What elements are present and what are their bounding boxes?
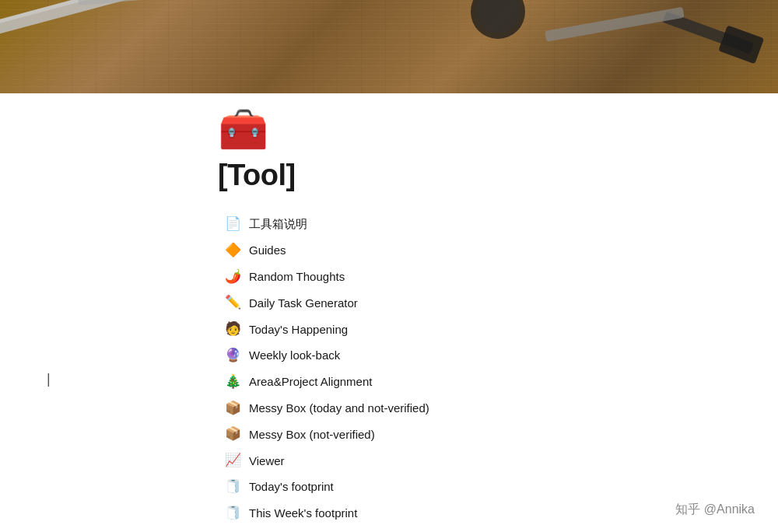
nav-item-messy-box-today[interactable]: 📦 Messy Box (today and not-verified) (218, 395, 778, 422)
daily-task-generator-icon: ✏️ (224, 293, 241, 312)
top-banner (0, 0, 778, 93)
nav-item-guides[interactable]: 🔶 Guides (218, 237, 778, 264)
weekly-look-back-icon: 🔮 (224, 346, 241, 365)
guides-label: Guides (249, 242, 286, 258)
area-project-alignment-label: Area&Project Alignment (249, 373, 372, 390)
area-project-alignment-icon: 🎄 (224, 373, 241, 391)
messy-box-today-icon: 📦 (224, 399, 241, 418)
main-content: 🧰 [Tool] 📄 工具箱说明 🔶 Guides 🌶️ Random Thou… (0, 93, 778, 532)
nav-list-main: 📄 工具箱说明 🔶 Guides 🌶️ Random Thoughts ✏️ D… (218, 211, 778, 527)
nav-item-random-thoughts[interactable]: 🌶️ Random Thoughts (218, 264, 778, 290)
banner-decoration (0, 0, 778, 93)
this-weeks-footprint-label: This Week's footprint (249, 505, 357, 521)
messy-box-today-label: Messy Box (today and not-verified) (249, 400, 429, 416)
banner-svg (0, 0, 778, 93)
this-weeks-footprint-icon: 🧻 (224, 504, 241, 523)
random-thoughts-label: Random Thoughts (249, 268, 345, 285)
weekly-look-back-label: Weekly look-back (249, 347, 340, 363)
nav-item-daily-task-generator[interactable]: ✏️ Daily Task Generator (218, 289, 778, 316)
nav-item-toolbox-description[interactable]: 📄 工具箱说明 (218, 211, 778, 237)
svg-rect-1 (0, 0, 153, 37)
toolbox-description-label: 工具箱说明 (249, 215, 307, 232)
viewer-icon: 📈 (224, 451, 241, 470)
daily-task-generator-label: Daily Task Generator (249, 295, 358, 311)
toolbox-icon: 🧰 (218, 109, 778, 149)
messy-box-not-verified-icon: 📦 (224, 425, 241, 443)
nav-item-todays-happening[interactable]: 🧑 Today's Happening (218, 316, 778, 342)
todays-footprint-label: Today's footprint (249, 478, 334, 495)
random-thoughts-icon: 🌶️ (224, 268, 241, 286)
nav-item-viewer[interactable]: 📈 Viewer (218, 447, 778, 474)
todays-happening-label: Today's Happening (249, 321, 348, 338)
messy-box-not-verified-label: Messy Box (not-verified) (249, 426, 375, 443)
nav-spacer (218, 527, 778, 532)
todays-happening-icon: 🧑 (224, 320, 241, 338)
page-title: [Tool] (218, 159, 778, 192)
todays-footprint-icon: 🧻 (224, 478, 241, 496)
guides-icon: 🔶 (224, 241, 241, 260)
nav-item-area-project-alignment[interactable]: 🎄 Area&Project Alignment (218, 369, 778, 395)
svg-rect-4 (718, 25, 764, 64)
nav-item-todays-footprint[interactable]: 🧻 Today's footprint (218, 474, 778, 500)
watermark: 知乎 @Annika (675, 502, 755, 518)
toolbox-description-icon: 📄 (224, 215, 241, 233)
nav-item-messy-box-not-verified[interactable]: 📦 Messy Box (not-verified) (218, 421, 778, 447)
viewer-label: Viewer (249, 453, 285, 469)
nav-item-weekly-look-back[interactable]: 🔮 Weekly look-back (218, 342, 778, 369)
nav-group-main: 📄 工具箱说明 🔶 Guides 🌶️ Random Thoughts ✏️ D… (218, 211, 778, 527)
svg-rect-7 (545, 7, 685, 42)
